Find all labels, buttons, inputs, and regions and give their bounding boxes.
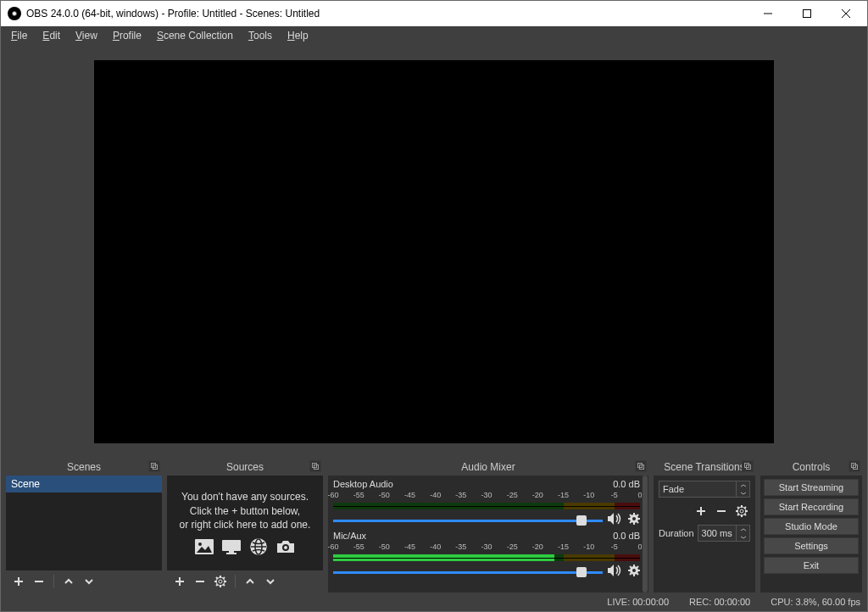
exit-button[interactable]: Exit <box>764 557 859 574</box>
maximize-button[interactable] <box>787 1 826 26</box>
status-bar: LIVE: 00:00:00 REC: 00:00:00 CPU: 3.8%, … <box>1 593 867 611</box>
svg-line-45 <box>630 521 632 523</box>
audio-channel: Desktop Audio0.0 dB-60-55-50-45-40-35-30… <box>333 479 640 527</box>
channel-name: Desktop Audio <box>333 479 613 489</box>
audio-body: Desktop Audio0.0 dB-60-55-50-45-40-35-30… <box>328 476 648 593</box>
audio-scrollbar[interactable] <box>642 476 648 593</box>
svg-line-54 <box>637 566 638 568</box>
start-streaming-button[interactable]: Start Streaming <box>764 479 859 496</box>
svg-line-31 <box>223 584 225 586</box>
tick-label: -60 <box>328 491 339 499</box>
sources-list[interactable]: You don't have any sources. Click the + … <box>167 476 323 570</box>
svg-line-55 <box>630 573 632 575</box>
source-settings-button[interactable] <box>211 572 230 591</box>
scene-up-button[interactable] <box>59 572 78 591</box>
menu-profile[interactable]: Profile <box>106 28 148 43</box>
sources-toolbar <box>167 570 323 593</box>
svg-point-62 <box>740 509 743 513</box>
add-scene-button[interactable] <box>9 572 28 591</box>
svg-line-42 <box>630 515 632 516</box>
svg-line-43 <box>637 521 638 523</box>
source-down-button[interactable] <box>261 572 280 591</box>
transition-settings-button[interactable] <box>733 503 750 520</box>
minimize-button[interactable] <box>748 1 787 26</box>
svg-line-68 <box>744 514 746 515</box>
scenes-list[interactable]: Scene <box>6 476 162 570</box>
remove-source-button[interactable] <box>191 572 209 591</box>
scene-down-button[interactable] <box>80 572 98 591</box>
controls-popout-button[interactable] <box>849 460 860 472</box>
combo-spinner-icon <box>736 481 749 497</box>
status-rec: REC: 00:00:00 <box>689 597 750 607</box>
speaker-icon[interactable] <box>608 513 623 527</box>
settings-button[interactable]: Settings <box>764 537 859 554</box>
svg-line-67 <box>737 507 739 509</box>
sources-empty-line2: Click the + button below, <box>190 504 300 519</box>
svg-line-30 <box>216 577 218 579</box>
speaker-icon[interactable] <box>608 565 623 579</box>
source-up-button[interactable] <box>241 572 259 591</box>
preview-area <box>1 45 867 459</box>
studio-mode-button[interactable]: Studio Mode <box>764 518 859 535</box>
display-icon <box>220 537 242 556</box>
app-icon <box>8 7 21 20</box>
tick-label: -5 <box>611 542 618 551</box>
menu-bar: File Edit View Profile Scene Collection … <box>1 26 867 45</box>
transition-current: Fade <box>663 484 684 494</box>
globe-icon <box>248 537 270 556</box>
add-source-button[interactable] <box>170 572 189 591</box>
scenes-title-label: Scenes <box>67 461 101 473</box>
tick-label: -25 <box>507 491 518 499</box>
audio-popout-button[interactable] <box>635 460 647 472</box>
channel-meter: -60-55-50-45-40-35-30-25-20-15-10-50 <box>333 491 640 509</box>
volume-slider[interactable] <box>333 515 603 526</box>
sources-title-label: Sources <box>226 461 264 473</box>
svg-rect-1 <box>804 10 811 18</box>
tick-label: -10 <box>583 491 594 499</box>
tick-label: -30 <box>481 491 492 499</box>
tick-label: -40 <box>430 491 441 499</box>
status-live: LIVE: 00:00:00 <box>607 597 669 607</box>
channel-settings-icon[interactable] <box>628 565 640 579</box>
start-recording-button[interactable]: Start Recording <box>764 498 859 515</box>
duration-input[interactable]: 300 ms <box>698 525 750 542</box>
tick-label: -15 <box>558 491 569 499</box>
svg-point-37 <box>632 517 636 520</box>
volume-slider[interactable] <box>333 566 603 578</box>
svg-rect-13 <box>222 540 241 551</box>
svg-line-53 <box>637 573 638 575</box>
controls-body: Start StreamingStart RecordingStudio Mod… <box>760 476 862 593</box>
scenes-popout-button[interactable] <box>148 460 160 472</box>
channel-db: 0.0 dB <box>613 479 640 489</box>
remove-transition-button[interactable] <box>713 503 730 520</box>
transitions-title-label: Scene Transitions <box>664 461 744 473</box>
svg-line-44 <box>637 515 638 516</box>
menu-edit[interactable]: Edit <box>36 28 67 43</box>
duration-value: 300 ms <box>702 528 732 538</box>
tick-label: -40 <box>430 542 441 551</box>
svg-line-33 <box>216 584 218 586</box>
window-titlebar[interactable]: OBS 24.0.0 (64-bit, windows) - Profile: … <box>1 1 867 26</box>
menu-help[interactable]: Help <box>281 28 315 43</box>
transitions-popout-button[interactable] <box>742 460 754 472</box>
remove-scene-button[interactable] <box>30 572 48 591</box>
close-button[interactable] <box>826 1 865 26</box>
svg-line-52 <box>630 566 632 568</box>
scene-item[interactable]: Scene <box>6 476 162 492</box>
preview-canvas[interactable] <box>94 60 774 443</box>
menu-tools[interactable]: Tools <box>242 28 279 43</box>
transition-combo[interactable]: Fade <box>659 481 750 498</box>
sources-empty-message: You don't have any sources. Click the + … <box>167 476 323 570</box>
tick-label: -15 <box>558 542 569 551</box>
add-transition-button[interactable] <box>693 503 709 520</box>
menu-file[interactable]: File <box>4 28 34 43</box>
channel-db: 0.0 dB <box>613 531 640 541</box>
menu-view[interactable]: View <box>69 28 104 43</box>
menu-scene-collection[interactable]: Scene Collection <box>150 28 240 43</box>
svg-rect-14 <box>229 551 234 553</box>
sources-popout-button[interactable] <box>309 460 321 472</box>
channel-settings-icon[interactable] <box>628 513 640 527</box>
tick-label: -35 <box>455 491 466 499</box>
image-icon <box>193 537 215 556</box>
controls-dock: Controls Start StreamingStart RecordingS… <box>760 459 862 593</box>
